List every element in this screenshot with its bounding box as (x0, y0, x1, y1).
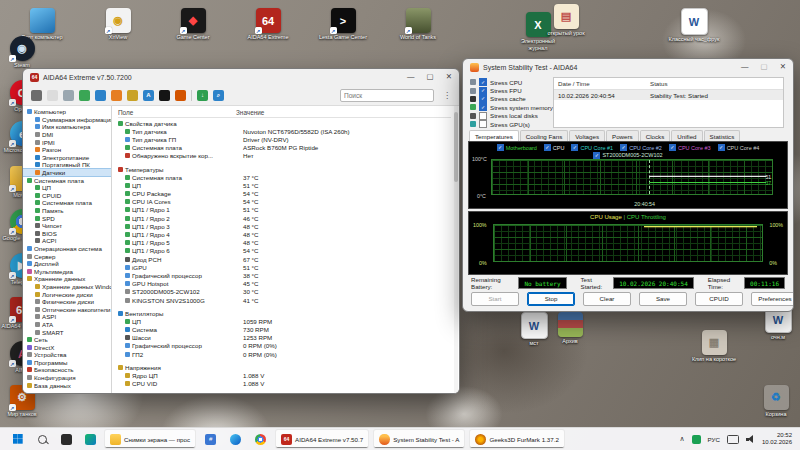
volume-icon[interactable] (746, 435, 755, 444)
tree-item[interactable]: Оптические накопители (23, 305, 111, 313)
clear-button[interactable]: Clear (583, 292, 631, 306)
fonts-icon[interactable]: A (143, 90, 154, 101)
log-row[interactable]: 10.02.2026 20:40:54 Stability Test: Star… (554, 90, 783, 100)
sensor-row[interactable]: Графический процессор0 RPM (0%) (118, 342, 451, 350)
taskbar-chrome[interactable] (250, 430, 271, 448)
sensor-row[interactable]: ЦП1 / Ядро 654 °C (118, 247, 451, 255)
toolbar-overflow-icon[interactable]: ⋮ (443, 91, 451, 100)
sensor-row[interactable]: CPU IA Cores54 °C (118, 198, 451, 206)
tree-item[interactable]: CPUID (23, 192, 111, 200)
stress-option[interactable]: Stress local disks (470, 112, 550, 120)
sensor-row[interactable]: Ядро ЦП1.088 V (118, 371, 451, 379)
sensor-row[interactable]: Тип датчикаNuvoton NCT6796D/5582D (ISA 2… (118, 127, 451, 135)
cpuid-button[interactable]: CPUID (695, 292, 743, 306)
monitor-icon[interactable] (79, 90, 90, 101)
sensor-row[interactable]: Графический процессор38 °C (118, 271, 451, 279)
osd-icon[interactable] (159, 90, 170, 101)
desktop-icon-open-lesson-image[interactable]: ▤открытый урок (540, 4, 592, 37)
desktop-icon-word-class-hour[interactable]: WКлассный час_фрук (668, 8, 720, 43)
checkbox[interactable] (479, 112, 487, 120)
search-input[interactable] (340, 89, 434, 102)
refresh-icon[interactable] (31, 90, 42, 101)
taskbar-edge[interactable] (225, 430, 246, 448)
legend-checkbox[interactable]: ✓ (497, 144, 504, 151)
checkbox[interactable]: ✓ (479, 87, 487, 95)
preferences-button[interactable]: Preferences (751, 292, 794, 306)
stress-option[interactable]: ✓Stress CPU (470, 78, 550, 86)
legend-checkbox[interactable]: ✓ (718, 144, 725, 151)
tab-clocks[interactable]: Clocks (640, 130, 671, 141)
save-button[interactable]: Save (639, 292, 687, 306)
search-button[interactable] (32, 430, 52, 448)
tree-item[interactable]: База данных (23, 381, 111, 389)
tree-item[interactable]: Память (23, 207, 111, 215)
checkbox[interactable] (479, 120, 487, 128)
desktop-icon-photo-klip[interactable]: ▦Клип на короткое (688, 330, 740, 363)
close-icon[interactable]: ✕ (446, 73, 452, 81)
sensor-row[interactable]: GPU Hotspot45 °C (118, 280, 451, 288)
stress-option[interactable]: ✓Stress FPU (470, 86, 550, 94)
tree-item[interactable]: Суммарная информация (23, 116, 111, 124)
tree-item[interactable]: Дисплей (23, 260, 111, 268)
test-log[interactable]: Date / Time Status 10.02.2026 20:40:54 S… (553, 77, 784, 128)
legend-checkbox[interactable]: ✓ (571, 144, 578, 151)
stress-option[interactable]: ✓Stress system memory (470, 103, 550, 111)
minimize-icon[interactable]: — (741, 63, 749, 71)
taskbar-furmark[interactable]: Geeks3D FurMark 1.37.2 (469, 429, 564, 449)
tab-unified[interactable]: Unified (671, 130, 702, 141)
sensor-row[interactable]: iGPU51 °C (118, 263, 451, 271)
tree-item[interactable]: SPD (23, 214, 111, 222)
scrollbar[interactable] (454, 106, 458, 393)
sensor-row[interactable]: ЦП1 / Ядро 348 °C (118, 222, 451, 230)
tree-item[interactable]: Электропитание (23, 154, 111, 162)
checkbox[interactable]: ✓ (479, 103, 487, 111)
legend-item[interactable]: ✓CPU (544, 144, 565, 151)
tree-item[interactable]: DMI (23, 131, 111, 139)
taskbar-calculator[interactable]: # (200, 430, 221, 448)
tree-item[interactable]: Имя компьютера (23, 123, 111, 131)
legend-item-disk[interactable]: ✓ST2000DM005-2CW102 (593, 152, 662, 159)
sensor-row[interactable]: Системная плата37 °C (118, 173, 451, 181)
taskbar-stability-test[interactable]: System Stability Test - A (373, 429, 465, 449)
tab-voltages[interactable]: Voltages (569, 130, 605, 141)
taskbar-aida64[interactable]: 64AIDA64 Extreme v7.50.7 (275, 429, 369, 449)
maximize-icon[interactable]: ▢ (761, 63, 768, 71)
tray-chevron-icon[interactable]: ∧ (679, 435, 684, 443)
sensor-row[interactable]: ЦП1059 RPM (118, 317, 451, 325)
sensor-row[interactable]: KINGSTON SNV2S1000G41 °C (118, 296, 451, 304)
tab-powers[interactable]: Powers (606, 130, 639, 141)
legend-item[interactable]: ✓CPU Core #2 (620, 144, 662, 151)
sensor-row[interactable]: CPU VID1.088 V (118, 380, 451, 388)
minimize-icon[interactable]: — (407, 73, 415, 81)
sensor-row[interactable]: ЦП51 °C (118, 181, 451, 189)
report-page-icon[interactable] (47, 90, 58, 101)
sensor-row[interactable]: Система730 RPM (118, 326, 451, 334)
tree-item[interactable]: Сервер (23, 252, 111, 260)
tree-item[interactable]: Физические диски (23, 298, 111, 306)
desktop-icon-steam[interactable]: ◉Steam (0, 36, 48, 69)
sensor-row[interactable]: ЦП1 / Ядро 151 °C (118, 206, 451, 214)
search-icon[interactable]: ⌕ (213, 90, 224, 101)
tree-item[interactable]: Системная плата (23, 199, 111, 207)
pinned-app-dark[interactable] (56, 430, 76, 448)
tree-item[interactable]: ASPI (23, 313, 111, 321)
language-indicator[interactable]: РУС (708, 436, 720, 443)
tab-statistics[interactable]: Statistics (704, 130, 741, 141)
maximize-icon[interactable]: ▢ (427, 73, 434, 81)
sensor-row[interactable]: ГП20 RPM (0%) (118, 350, 451, 358)
tree-item[interactable]: Системная плата (23, 176, 111, 184)
sensor-row[interactable]: Системная платаASRock B760M PG Riptide (118, 144, 451, 152)
burnin-test-icon[interactable] (111, 90, 122, 101)
update-icon[interactable]: ↓ (197, 90, 208, 101)
remote-icon[interactable] (63, 90, 74, 101)
tree-item[interactable]: Хранение данных (23, 275, 111, 283)
checkbox[interactable]: ✓ (479, 78, 487, 86)
aida64-titlebar[interactable]: 64 AIDA64 Extreme v7.50.7200 — ▢ ✕ (23, 69, 459, 85)
taskbar-explorer[interactable]: Снимки экрана — прос (104, 429, 196, 449)
legend-checkbox[interactable]: ✓ (669, 144, 676, 151)
tree-item[interactable]: IPMI (23, 138, 111, 146)
tray-green-icon[interactable] (692, 435, 701, 444)
tree-item[interactable]: Мультимедиа (23, 267, 111, 275)
tree-item[interactable]: Логические диски (23, 290, 111, 298)
tree-item[interactable]: ЦП (23, 184, 111, 192)
